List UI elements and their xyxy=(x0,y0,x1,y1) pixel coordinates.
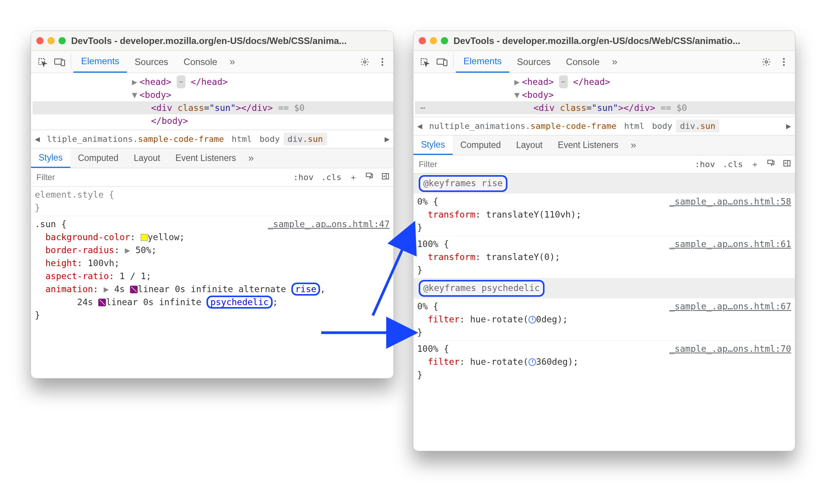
tab-sources[interactable]: Sources xyxy=(509,51,558,73)
source-link[interactable]: _sample_.ap…ons.html:47 xyxy=(268,218,390,231)
subtab-events[interactable]: Event Listeners xyxy=(550,135,626,155)
kf-psy-0-decl[interactable]: filter: hue-rotate(0deg); xyxy=(417,313,791,326)
easing-icon[interactable] xyxy=(98,299,106,306)
animation-name-rise-link[interactable]: rise xyxy=(291,283,320,296)
decl-height[interactable]: height: 100vh; xyxy=(35,257,390,270)
zoom-icon[interactable] xyxy=(441,37,448,44)
decl-aspect-ratio[interactable]: aspect-ratio: 1 / 1; xyxy=(35,270,390,283)
dom-node-body[interactable]: ▼<body> xyxy=(415,88,795,101)
minimize-icon[interactable] xyxy=(430,37,437,44)
device-toggle-icon[interactable] xyxy=(52,55,67,69)
inspect-icon[interactable] xyxy=(35,55,49,69)
kf-rise-0-decl[interactable]: transform: translateY(110vh); xyxy=(417,208,791,221)
hov-toggle[interactable]: :hov xyxy=(289,172,317,182)
crumb-iframe[interactable]: ltiple_animations.sample-code-frame xyxy=(43,133,228,145)
gear-icon[interactable] xyxy=(759,55,774,69)
gear-icon[interactable] xyxy=(358,55,372,69)
subtab-events[interactable]: Event Listeners xyxy=(168,148,244,168)
subtab-styles[interactable]: Styles xyxy=(31,148,70,168)
tab-console[interactable]: Console xyxy=(176,51,225,73)
crumb-prev-icon[interactable]: ◀ xyxy=(32,134,43,144)
svg-point-15 xyxy=(783,61,785,62)
decl-border-radius[interactable]: border-radius: ▶ 50%; xyxy=(35,244,390,257)
styles-filter-input[interactable] xyxy=(31,172,289,182)
cls-toggle[interactable]: .cls xyxy=(317,172,345,182)
crumb-body[interactable]: body xyxy=(648,120,676,132)
dom-node-selected[interactable]: <div class="sun"></div> == $0 xyxy=(415,101,795,114)
crumb-next-icon[interactable]: ▶ xyxy=(382,134,393,144)
paint-icon[interactable] xyxy=(763,159,779,169)
kf-psy-0[interactable]: 0% {_sample_.ap…ons.html:67 xyxy=(417,300,791,313)
keyframes-header-rise[interactable]: @keyframes rise xyxy=(413,174,795,193)
close-icon[interactable] xyxy=(36,37,44,44)
panel-toggle-icon[interactable] xyxy=(377,172,393,182)
decl-animation[interactable]: animation: ▶ 4s linear 0s infinite alter… xyxy=(35,283,390,296)
crumb-body[interactable]: body xyxy=(256,133,284,145)
dom-node-body[interactable]: ▼<body> xyxy=(33,88,393,101)
kf-rise-0[interactable]: 0% {_sample_.ap…ons.html:58 xyxy=(417,195,791,208)
subtab-layout[interactable]: Layout xyxy=(509,135,550,155)
more-subtabs-icon[interactable]: » xyxy=(244,152,258,164)
angle-icon[interactable] xyxy=(528,316,536,324)
crumb-selected[interactable]: div.sun xyxy=(284,133,327,145)
dom-tree: ▶<head> ⋯ </head> ▼<body> <div class="su… xyxy=(413,73,795,117)
decl-animation-2[interactable]: 24s linear 0s infinite psychedelic; xyxy=(35,296,390,309)
kebab-menu-icon[interactable] xyxy=(375,55,390,69)
animation-name-psychedelic-link[interactable]: psychedelic xyxy=(206,296,272,309)
source-link[interactable]: _sample_.ap…ons.html:70 xyxy=(670,342,792,355)
more-tabs-icon[interactable]: » xyxy=(225,56,239,68)
tab-elements[interactable]: Elements xyxy=(456,51,509,73)
kf-rise-100[interactable]: 100% {_sample_.ap…ons.html:61 xyxy=(417,237,791,250)
keyframes-header-psychedelic[interactable]: @keyframes psychedelic xyxy=(413,278,795,298)
crumb-html[interactable]: html xyxy=(620,120,648,132)
source-link[interactable]: _sample_.ap…ons.html:67 xyxy=(670,300,792,313)
minimize-icon[interactable] xyxy=(47,37,55,44)
element-style-rule[interactable]: element.style { xyxy=(35,188,390,201)
window-title: DevTools - developer.mozilla.org/en-US/d… xyxy=(454,36,740,46)
decl-background-color[interactable]: background-color: yellow; xyxy=(35,231,390,244)
source-link[interactable]: _sample_.ap…ons.html:61 xyxy=(670,237,792,250)
subtab-computed[interactable]: Computed xyxy=(453,135,509,155)
dom-node-head[interactable]: ▶<head> ⋯ </head> xyxy=(33,75,393,88)
dom-node-body-close[interactable]: </body> xyxy=(33,114,393,127)
color-swatch-icon[interactable] xyxy=(141,234,148,241)
kf-psy-100-decl[interactable]: filter: hue-rotate(360deg); xyxy=(417,355,791,368)
hov-toggle[interactable]: :hov xyxy=(691,159,719,169)
tab-sources[interactable]: Sources xyxy=(127,51,176,73)
tab-console[interactable]: Console xyxy=(558,51,607,73)
angle-icon[interactable] xyxy=(528,358,536,366)
paint-icon[interactable] xyxy=(361,172,377,182)
new-rule-icon[interactable]: ＋ xyxy=(345,172,361,183)
crumb-selected[interactable]: div.sun xyxy=(676,120,719,132)
devtools-window-left: DevTools - developer.mozilla.org/en-US/d… xyxy=(31,31,394,379)
styles-filter-row: :hov .cls ＋ xyxy=(413,155,795,174)
cls-toggle[interactable]: .cls xyxy=(719,159,747,169)
styles-filter-input[interactable] xyxy=(413,159,691,169)
close-icon[interactable] xyxy=(419,37,426,44)
subtab-computed[interactable]: Computed xyxy=(70,148,126,168)
kf-psy-100[interactable]: 100% {_sample_.ap…ons.html:70 xyxy=(417,342,791,355)
crumb-html[interactable]: html xyxy=(228,133,256,145)
subtab-styles[interactable]: Styles xyxy=(413,135,453,155)
crumb-prev-icon[interactable]: ◀ xyxy=(414,121,425,131)
crumb-next-icon[interactable]: ▶ xyxy=(783,121,794,131)
kebab-menu-icon[interactable] xyxy=(777,55,791,69)
titlebar: DevTools - developer.mozilla.org/en-US/d… xyxy=(413,31,795,51)
tab-elements[interactable]: Elements xyxy=(73,51,127,73)
dom-node-head[interactable]: ▶<head> ⋯ </head> xyxy=(415,75,795,88)
more-subtabs-icon[interactable]: » xyxy=(626,139,640,151)
device-toggle-icon[interactable] xyxy=(435,55,449,69)
panel-toggle-icon[interactable] xyxy=(779,159,795,169)
kf-rise-100-decl[interactable]: transform: translateY(0); xyxy=(417,250,791,263)
dom-node-selected[interactable]: <div class="sun"></div> == $0 xyxy=(33,101,393,114)
devtools-window-right: DevTools - developer.mozilla.org/en-US/d… xyxy=(413,31,795,451)
more-tabs-icon[interactable]: » xyxy=(607,56,622,68)
crumb-iframe[interactable]: nultiple_animations.sample-code-frame xyxy=(425,120,620,132)
rule-selector-sun[interactable]: .sun {_sample_.ap…ons.html:47 xyxy=(35,218,390,231)
source-link[interactable]: _sample_.ap…ons.html:58 xyxy=(670,195,792,208)
inspect-icon[interactable] xyxy=(417,55,432,69)
zoom-icon[interactable] xyxy=(59,37,66,44)
subtab-layout[interactable]: Layout xyxy=(126,148,168,168)
easing-icon[interactable] xyxy=(130,286,138,293)
new-rule-icon[interactable]: ＋ xyxy=(747,159,763,170)
